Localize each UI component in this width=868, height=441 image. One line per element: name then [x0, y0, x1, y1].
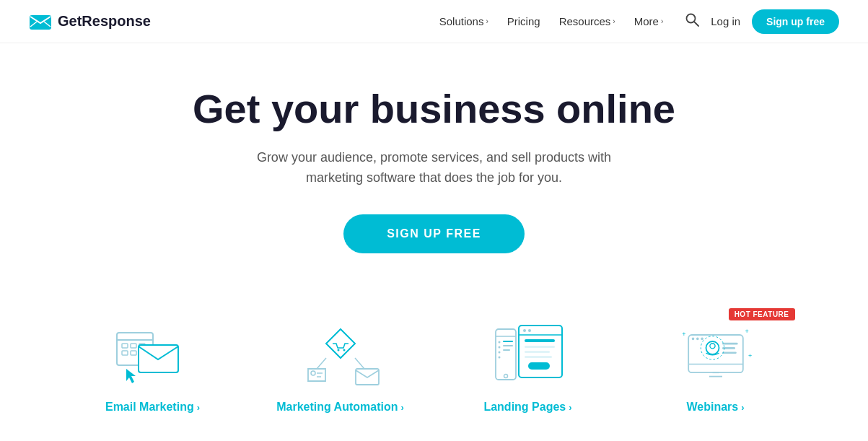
- email-marketing-label: Email Marketing ›: [105, 401, 200, 414]
- search-icon[interactable]: [685, 12, 699, 30]
- email-marketing-icon: [110, 318, 196, 390]
- features-section: Email Marketing ›: [0, 282, 868, 435]
- landing-pages-chevron-icon: ›: [569, 402, 571, 413]
- svg-rect-29: [503, 349, 510, 351]
- svg-marker-11: [126, 369, 136, 383]
- navbar: GetResponse Solutions › Pricing Resource…: [0, 0, 868, 43]
- svg-line-15: [355, 358, 364, 369]
- svg-rect-28: [503, 345, 513, 346]
- svg-rect-48: [722, 343, 738, 345]
- svg-point-13: [343, 349, 345, 352]
- nav-actions: Log in Sign up free: [685, 9, 839, 34]
- signup-button[interactable]: Sign up free: [752, 9, 839, 34]
- svg-point-26: [498, 357, 500, 359]
- svg-rect-19: [356, 369, 379, 385]
- svg-point-12: [337, 349, 339, 352]
- svg-line-2: [695, 22, 699, 27]
- svg-point-33: [528, 329, 531, 332]
- landing-pages-label: Landing Pages ›: [483, 401, 571, 414]
- logo-text: GetResponse: [58, 13, 151, 30]
- nav-pricing[interactable]: Pricing: [500, 11, 548, 32]
- webinars-chevron-icon: ›: [741, 402, 744, 413]
- email-marketing-chevron-icon: ›: [197, 402, 200, 413]
- webinars-label: Webinars ›: [686, 401, 744, 414]
- svg-point-24: [498, 346, 500, 349]
- logo-icon: [29, 13, 52, 30]
- login-button[interactable]: Log in: [711, 15, 740, 27]
- hero-title: Get your business online: [29, 87, 839, 131]
- resources-chevron-icon: ›: [613, 17, 615, 25]
- marketing-automation-icon: [297, 318, 384, 390]
- feature-marketing-automation[interactable]: Marketing Automation ›: [268, 318, 413, 414]
- svg-point-32: [523, 329, 526, 332]
- svg-line-14: [317, 358, 326, 369]
- hero-subtitle: Grow your audience, promote services, an…: [232, 147, 636, 189]
- nav-more[interactable]: More ›: [627, 11, 671, 32]
- svg-rect-38: [528, 362, 550, 370]
- svg-point-1: [687, 14, 696, 23]
- svg-rect-50: [722, 352, 737, 354]
- svg-rect-34: [525, 339, 555, 342]
- svg-point-53: [701, 338, 703, 341]
- hero-cta-button[interactable]: SIGN UP FREE: [343, 214, 525, 253]
- svg-text:+: +: [748, 352, 752, 359]
- solutions-chevron-icon: ›: [486, 17, 488, 25]
- nav-resources[interactable]: Resources ›: [552, 11, 623, 32]
- webinars-icon: + + +: [672, 318, 759, 390]
- marketing-automation-label: Marketing Automation ›: [276, 401, 404, 414]
- svg-point-25: [498, 352, 500, 354]
- svg-point-51: [691, 338, 694, 341]
- landing-pages-icon: [485, 318, 571, 390]
- logo[interactable]: GetResponse: [29, 13, 151, 30]
- marketing-automation-chevron-icon: ›: [400, 402, 403, 413]
- svg-rect-35: [525, 346, 555, 348]
- hot-feature-badge: HOT FEATURE: [729, 308, 795, 320]
- svg-text:+: +: [682, 331, 685, 338]
- svg-point-52: [696, 338, 699, 341]
- more-chevron-icon: ›: [661, 17, 663, 25]
- svg-text:+: +: [745, 328, 748, 335]
- feature-webinars[interactable]: HOT FEATURE + + +: [644, 318, 788, 414]
- nav-links: Solutions › Pricing Resources › More ›: [432, 11, 671, 32]
- svg-rect-36: [525, 351, 550, 353]
- svg-rect-37: [525, 356, 552, 358]
- svg-rect-27: [503, 341, 513, 342]
- nav-solutions[interactable]: Solutions ›: [432, 11, 496, 32]
- feature-landing-pages[interactable]: Landing Pages ›: [456, 318, 600, 414]
- svg-point-23: [498, 341, 500, 344]
- hero-section: Get your business online Grow your audie…: [0, 43, 868, 282]
- feature-email-marketing[interactable]: Email Marketing ›: [81, 318, 225, 414]
